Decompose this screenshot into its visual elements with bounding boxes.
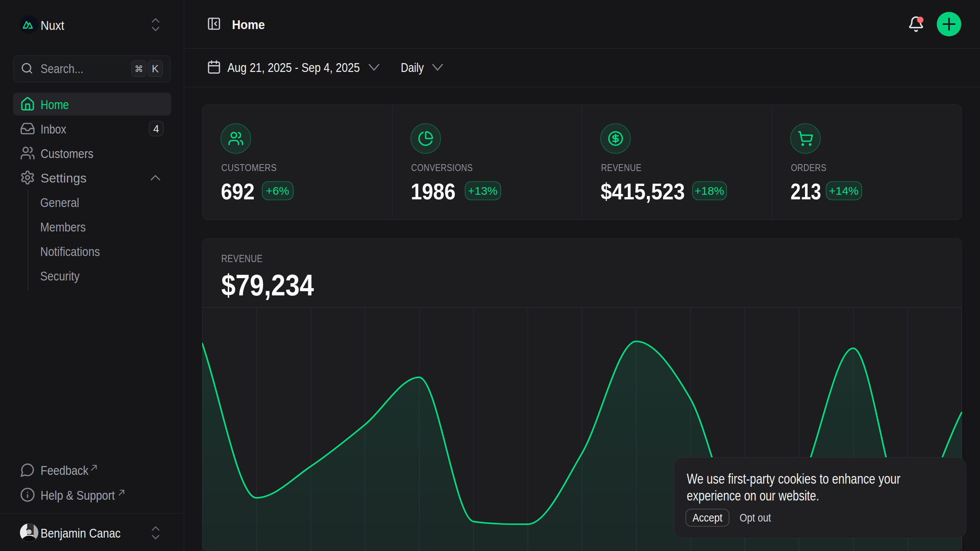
svg-text:K: K [152,63,158,75]
svg-text:We use first-party cookies to: We use first-party cookies to enhance yo… [687,471,900,487]
svg-text:REVENUE: REVENUE [221,253,263,264]
svg-text:Settings: Settings [41,171,87,185]
svg-text:Opt out: Opt out [740,511,771,524]
svg-text:+18%: +18% [694,184,724,197]
svg-text:experience on our website.: experience on our website. [687,488,819,504]
svg-text:Feedback: Feedback [41,463,89,478]
svg-text:CONVERSIONS: CONVERSIONS [411,162,473,173]
svg-text:Daily: Daily [401,60,424,75]
svg-text:Aug 21, 2025 - Sep 4, 2025: Aug 21, 2025 - Sep 4, 2025 [227,60,360,75]
svg-text:Nuxt: Nuxt [41,18,64,33]
svg-text:ORDERS: ORDERS [791,162,826,173]
svg-text:+6%: +6% [266,184,289,197]
svg-text:4: 4 [153,123,159,135]
svg-text:CUSTOMERS: CUSTOMERS [221,162,277,173]
svg-text:Inbox: Inbox [41,122,66,136]
svg-text:692: 692 [221,179,255,204]
svg-text:213: 213 [791,179,821,204]
svg-text:Help & Support: Help & Support [41,488,115,502]
svg-text:Security: Security [40,269,80,283]
svg-text:$415,523: $415,523 [601,179,685,204]
svg-text:Accept: Accept [693,511,723,524]
svg-text:General: General [40,195,79,210]
svg-text:Benjamin Canac: Benjamin Canac [41,526,121,540]
svg-text:Home: Home [232,17,265,32]
svg-text:1986: 1986 [411,179,456,204]
svg-text:Members: Members [40,220,86,234]
svg-text:Home: Home [41,97,69,112]
svg-text:$79,234: $79,234 [221,268,314,302]
svg-text:Search...: Search... [41,61,83,76]
svg-text:+14%: +14% [829,184,859,197]
svg-text:+13%: +13% [468,184,498,197]
svg-text:REVENUE: REVENUE [601,162,642,173]
svg-text:Customers: Customers [41,146,93,161]
svg-text:Notifications: Notifications [40,244,100,259]
